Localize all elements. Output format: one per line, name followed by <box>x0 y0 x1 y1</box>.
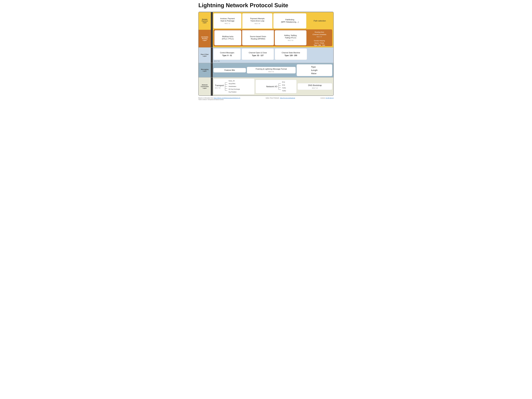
tlv-card: Type Length Value <box>297 64 332 76</box>
tlv-alue: alue <box>313 72 317 75</box>
tlv-ype: ype <box>312 66 316 68</box>
adding-settling-title: Adding, Settling,Failing HTLCs <box>284 34 297 39</box>
tlv-text: Type Length Value <box>311 65 317 75</box>
tlv-l: L <box>311 69 312 71</box>
protocol-diagram: ReliablePaymentLayer UnreliableRoutingLa… <box>198 12 334 96</box>
channel-open-type: Type: 32 - 127 <box>252 54 264 57</box>
network-io-tree-lines <box>278 82 281 91</box>
network-io-card: Network I/O IPv4IPv6TOR2TOR3 <box>255 80 297 93</box>
path-selection-text: Path selection <box>314 20 326 22</box>
invoices-card: Invoices: PaymentHash & Preimage BOLT 11 <box>214 13 241 28</box>
footer-author: Author: Rene Pickhardt - https://ln.rene… <box>266 97 295 99</box>
p2p-right-spacer <box>308 48 332 60</box>
transport-card: Transport BOLT 08 Noise_XKSecp256k1Hands… <box>214 79 255 95</box>
footer-row1: Based on information from https://github… <box>198 97 334 99</box>
gossip-text: Gossip relayingQuery / Reply Type: 256 -… <box>314 40 325 46</box>
control-messages-type: Type: 0 - 31 <box>222 54 232 57</box>
right-column-unreliable: Routing feesChannel metadata BOLT 07 Gos… <box>307 30 331 45</box>
tlv-ength: ength <box>312 69 317 71</box>
bolt04-label: BOLT 04 <box>255 23 260 24</box>
control-messages-card: Control Messages Type: 0 - 31 <box>214 48 241 60</box>
control-messages-title: Control Messages <box>220 52 234 54</box>
feature-bits-card: Feature Bits <box>214 68 246 72</box>
network-io-title: Network I/O <box>266 85 277 88</box>
channel-state-title: Channel State Machine <box>282 52 300 54</box>
channel-open-title: Channel Open & Close <box>249 52 267 54</box>
footer-thanks: Thanks to Andreas M. Antonopoulos and Ol… <box>198 99 334 100</box>
network-io-items: IPv4IPv6TOR2TOR3 <box>282 81 286 92</box>
tlv-v: V <box>311 72 313 75</box>
onion-routing-card: Source based OnionRouting (SPHINX) <box>242 30 274 45</box>
p2p-vert-bar <box>211 48 213 63</box>
bolt07-label: BOLT 07 <box>313 36 326 38</box>
adding-settling-card: Adding, Settling,Failing HTLCs BOLT 02 <box>275 30 306 45</box>
transport-items: Noise_XKSecp256k1HandshakesDH Key Exchan… <box>228 80 240 93</box>
framing-card: Framing & Lightning Message Format BOLT … <box>247 67 296 74</box>
dns-title: DNS Bootstrap <box>308 84 322 87</box>
transport-title: Transport <box>215 84 224 87</box>
invoices-title: Invoices: PaymentHash & Preimage <box>220 18 235 22</box>
network-io-inner: Network I/O IPv4IPv6TOR2TOR3 <box>257 81 295 92</box>
dns-subtitle: BOLT 10 <box>312 87 318 89</box>
unreliable-layer-label: UnreliableRoutingLayer <box>199 30 211 47</box>
channel-state-type: Type: 128 - 255 <box>285 54 297 57</box>
dns-bootstrap-card: DNS Bootstrap BOLT 10 <box>298 83 332 90</box>
footer-info-link[interactable]: https://github.com/lightningnetwork/ligh… <box>214 97 240 99</box>
path-selection-area: Path selection <box>307 13 332 28</box>
footer-author-link[interactable]: https://ln.rene-pickhardt.de <box>280 97 295 99</box>
framing-title: Framing & Lightning Message Format <box>256 68 287 70</box>
footer-info: Based on information from https://github… <box>198 97 240 99</box>
bolt04-span-column: Payment AttemptsTrial & Error Loop BOLT … <box>242 13 272 28</box>
transport-subtitle: BOLT 08 <box>215 87 224 89</box>
pathfinding-title: Pathfinding(MPP, Rebalancing,...) <box>281 19 298 23</box>
bolt09-label: BOLT 09 <box>214 60 332 62</box>
payment-attempts-card: Payment AttemptsTrial & Error Loop BOLT … <box>242 13 272 28</box>
gossip-area: Gossip relayingQuery / Reply Type: 256 -… <box>307 39 331 47</box>
reliable-unreliable-section: ReliablePaymentLayer UnreliableRoutingLa… <box>199 12 333 47</box>
tlv-t: T <box>311 66 312 68</box>
invoices-subtitle: BOLT 11 <box>225 23 230 24</box>
routing-fees-text: Routing feesChannel metadata <box>313 31 326 36</box>
page-title: Lightning Network Protocol Suite <box>198 2 334 8</box>
channel-state-card: Channel State Machine Type: 128 - 255 <box>275 48 307 60</box>
messaging-section: MessagingLayer Feature Bits Framing & Li… <box>199 63 333 77</box>
messaging-layer-label: MessagingLayer <box>199 63 211 77</box>
network-section: NetworkConnectionLayer Transport BOLT 08 <box>199 77 333 95</box>
p2p-layer-label: Peer 2 PeerLayer <box>199 48 211 63</box>
footer-licence: Licence: CC-BY-SA 4.0 <box>320 97 334 99</box>
multihop-card: Multihop locks(HTLC / PTLC) <box>214 30 241 45</box>
transport-inner: Transport BOLT 08 Noise_XKSecp256k1Hands… <box>215 80 253 93</box>
multihop-title: Multihop locks(HTLC / PTLC) <box>222 35 234 40</box>
transport-tree-lines <box>225 82 228 92</box>
layer-labels-column: ReliablePaymentLayer UnreliableRoutingLa… <box>199 12 211 47</box>
network-layer-label: NetworkConnectionLayer <box>199 77 211 95</box>
footer: Based on information from https://github… <box>198 97 334 100</box>
footer-licence-link[interactable]: CC-BY-SA 4.0 <box>325 97 334 99</box>
bolt02-label: BOLT 02 <box>288 40 293 41</box>
net-vert-bar <box>211 77 213 95</box>
vertical-divider-bar <box>211 12 213 47</box>
pathfinding-card: Pathfinding(MPP, Rebalancing,...) <box>273 13 306 28</box>
reliable-layer-label: ReliablePaymentLayer <box>199 12 211 30</box>
channel-open-card: Channel Open & Close Type: 32 - 127 <box>242 48 274 60</box>
gossip-type: Type: 256 - 511 <box>314 44 325 46</box>
bolt01-label: BOLT 01 <box>268 71 274 72</box>
p2p-section: Peer 2 PeerLayer Control Messages Type: … <box>199 47 333 63</box>
payment-attempts-title: Payment AttemptsTrial & Error Loop <box>250 18 265 22</box>
msg-vert-bar <box>211 63 213 77</box>
transport-left: Transport BOLT 08 <box>215 84 224 89</box>
routing-fees-area: Routing feesChannel metadata BOLT 07 <box>307 30 331 38</box>
onion-routing-title: Source based OnionRouting (SPHINX) <box>250 35 266 40</box>
feature-bits-title: Feature Bits <box>224 69 235 71</box>
